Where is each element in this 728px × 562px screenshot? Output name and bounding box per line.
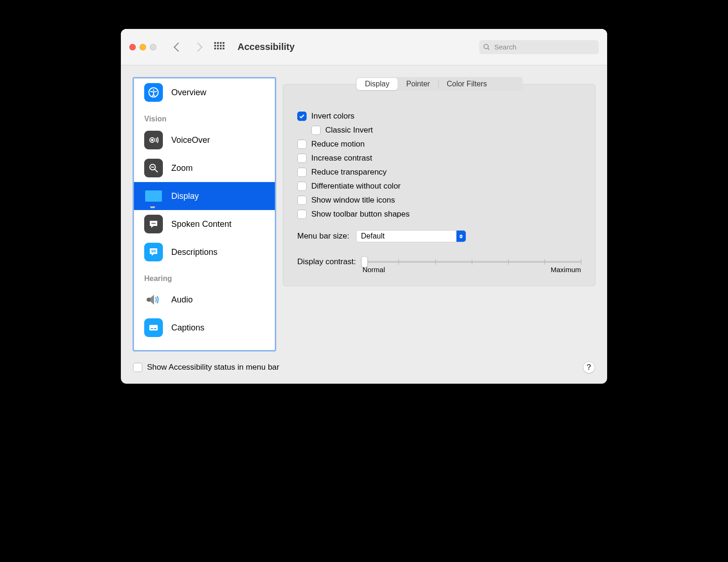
voiceover-icon [144,131,163,149]
tab-pointer[interactable]: Pointer [398,78,438,90]
svg-rect-13 [149,325,158,330]
settings-panel: Display Pointer Color Filters Invert col… [283,77,595,351]
sidebar: Overview Vision VoiceOver Zoom [133,77,276,351]
svg-point-8 [152,223,153,224]
section-header-vision: Vision [134,106,275,126]
show-title-icons-checkbox[interactable] [297,196,307,205]
search-field[interactable] [479,40,599,54]
differentiate-label: Differentiate without color [311,182,401,191]
show-toolbar-shapes-label: Show toolbar button shapes [311,210,410,219]
svg-point-0 [484,44,488,49]
increase-contrast-checkbox[interactable] [297,154,307,163]
reduce-motion-checkbox[interactable] [297,140,307,149]
spoken-content-icon [144,215,163,233]
display-icon [144,187,163,205]
reduce-motion-label: Reduce motion [311,140,364,149]
search-icon [483,43,490,51]
display-contrast-slider[interactable] [363,261,581,263]
tabs: Display Pointer Color Filters [356,77,523,91]
display-settings-box: Invert colors Classic Invert Reduce moti… [283,84,595,286]
audio-icon [144,290,163,309]
menu-bar-size-select[interactable]: Default [356,230,466,242]
reduce-transparency-label: Reduce transparency [311,168,387,177]
tab-display[interactable]: Display [357,78,398,90]
sidebar-item-overview[interactable]: Overview [134,78,275,106]
search-input[interactable] [493,42,595,51]
sidebar-item-label: Zoom [171,163,193,173]
sidebar-item-label: Display [171,191,199,201]
svg-point-9 [153,223,154,224]
sidebar-item-label: Descriptions [171,247,217,257]
slider-thumb[interactable] [361,256,368,267]
show-title-icons-label: Show window title icons [311,196,395,205]
footer: Show Accessibility status in menu bar ? [121,361,607,384]
zoom-button[interactable] [150,44,156,50]
sidebar-item-descriptions[interactable]: 99 Descriptions [134,238,275,266]
sidebar-item-captions[interactable]: Captions [134,314,275,342]
close-button[interactable] [129,44,136,50]
svg-line-1 [488,48,489,49]
tab-color-filters[interactable]: Color Filters [438,78,495,90]
window-controls [129,44,156,50]
titlebar: Accessibility [121,29,607,65]
display-contrast-label: Display contrast: [297,257,356,267]
svg-point-10 [154,223,155,224]
menu-bar-size-label: Menu bar size: [297,232,350,241]
slider-max-label: Maximum [551,266,581,274]
increase-contrast-label: Increase contrast [311,154,372,163]
reduce-transparency-checkbox[interactable] [297,168,307,177]
svg-text:99: 99 [151,249,156,253]
sidebar-item-label: Audio [171,295,193,305]
status-in-menu-bar-label: Show Accessibility status in menu bar [147,363,279,372]
status-in-menu-bar-checkbox[interactable] [133,363,142,372]
sidebar-item-zoom[interactable]: Zoom [134,154,275,182]
sidebar-item-label: Spoken Content [171,219,231,229]
classic-invert-checkbox[interactable] [311,126,321,135]
select-arrows-icon [456,231,466,242]
svg-rect-14 [151,328,153,329]
svg-point-12 [147,298,151,302]
sidebar-item-voiceover[interactable]: VoiceOver [134,126,275,154]
sidebar-item-display[interactable]: Display [134,182,275,210]
svg-point-5 [152,140,153,141]
invert-colors-label: Invert colors [311,112,355,121]
descriptions-icon: 99 [144,243,163,261]
invert-colors-checkbox[interactable] [297,112,307,121]
captions-icon [144,318,163,337]
section-header-hearing: Hearing [134,266,275,286]
classic-invert-label: Classic Invert [325,126,373,135]
nav-arrows [175,44,201,50]
sidebar-item-audio[interactable]: Audio [134,286,275,314]
sidebar-item-label: Overview [171,88,206,98]
svg-point-3 [153,89,154,91]
show-toolbar-shapes-checkbox[interactable] [297,210,307,219]
back-button[interactable] [174,42,183,52]
svg-rect-15 [154,328,156,329]
forward-button [193,42,203,52]
show-all-prefs-button[interactable] [214,42,224,52]
svg-line-7 [155,169,158,173]
zoom-icon [144,159,163,177]
sidebar-item-label: VoiceOver [171,135,210,145]
differentiate-checkbox[interactable] [297,182,307,191]
window-title: Accessibility [238,42,294,52]
accessibility-icon [144,83,163,102]
sidebar-item-label: Captions [171,323,204,333]
sidebar-item-spoken-content[interactable]: Spoken Content [134,210,275,238]
minimize-button[interactable] [140,44,146,50]
accessibility-window: Accessibility Overview Vision [121,29,607,384]
menu-bar-size-value: Default [361,232,385,240]
